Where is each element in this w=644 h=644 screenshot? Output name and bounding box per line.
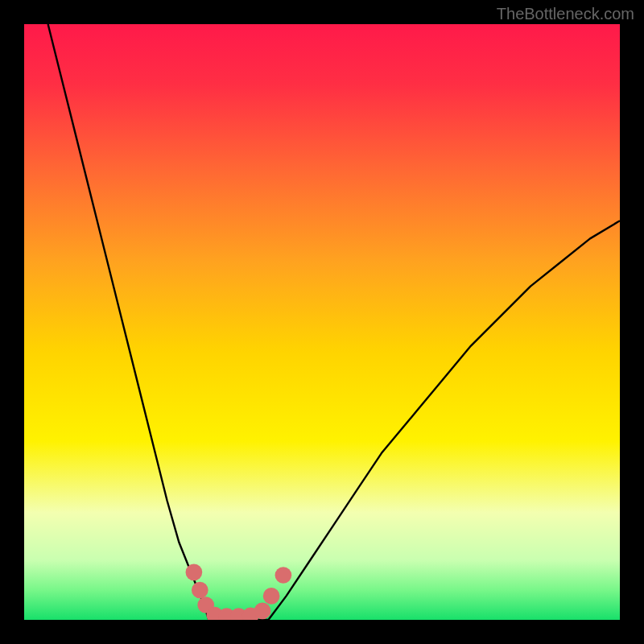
valley-marker — [275, 567, 292, 584]
watermark-text: TheBottleneck.com — [497, 5, 634, 23]
valley-marker — [263, 588, 280, 605]
valley-marker — [254, 603, 271, 620]
outer-frame: TheBottleneck.com — [0, 0, 644, 644]
chart-svg — [24, 24, 620, 620]
valley-marker — [192, 582, 208, 599]
valley-marker — [186, 564, 203, 580]
plot-area — [24, 24, 620, 620]
gradient-background — [24, 24, 620, 620]
